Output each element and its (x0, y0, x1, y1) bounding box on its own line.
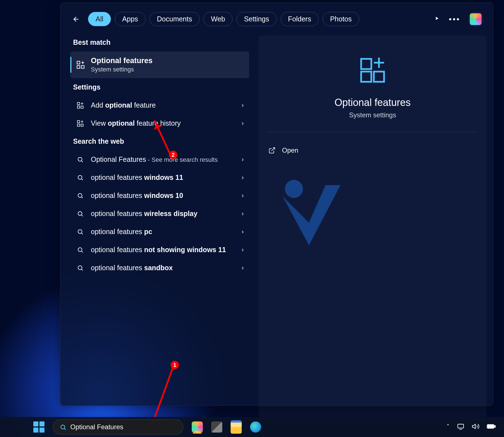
result-text: Optional Features (91, 155, 146, 163)
svg-rect-6 (78, 120, 80, 123)
result-bold: optional (105, 101, 132, 109)
svg-point-10 (78, 175, 82, 179)
result-bold: windows 10 (144, 192, 183, 199)
result-bold: windows 11 (144, 173, 183, 181)
tab-documents[interactable]: Documents (149, 12, 199, 26)
svg-point-14 (78, 248, 82, 252)
svg-rect-25 (488, 425, 493, 428)
search-icon (76, 156, 85, 163)
search-icon (76, 229, 85, 235)
best-match-subtitle: System settings (91, 66, 153, 73)
taskbar-search[interactable] (53, 419, 183, 434)
web-result[interactable]: Optional Features - See more search resu… (70, 150, 249, 168)
svg-point-13 (78, 230, 82, 234)
optional-features-icon (268, 55, 478, 86)
battery-icon[interactable] (487, 423, 496, 431)
settings-result-add-optional-feature[interactable]: Add optional feature › (70, 96, 249, 114)
network-icon[interactable] (457, 423, 465, 431)
back-button[interactable] (72, 15, 80, 23)
preview-subtitle: System settings (268, 111, 478, 119)
search-flyout: All Apps Documents Web Settings Folders … (60, 2, 493, 406)
web-result[interactable]: optional features wireless display › (70, 205, 249, 223)
taskbar-app-task-view[interactable] (211, 421, 222, 433)
settings-grid-plus-icon (76, 60, 85, 69)
settings-grid-plus-icon (76, 101, 85, 109)
result-text: optional features (91, 173, 144, 181)
result-text: optional features (91, 246, 144, 254)
chevron-right-icon: › (242, 120, 244, 127)
chevron-right-icon: › (242, 210, 244, 217)
preview-card: Optional features System settings Open (259, 36, 486, 422)
result-text: View (91, 119, 108, 127)
svg-rect-0 (77, 61, 80, 64)
chevron-right-icon: › (242, 102, 244, 109)
svg-rect-2 (77, 66, 80, 68)
taskbar: PRE ˄ (0, 417, 504, 437)
more-filters-button[interactable] (434, 16, 440, 23)
web-result[interactable]: optional features windows 11 › (70, 168, 249, 187)
annotation-badge-2: 2 (169, 151, 177, 159)
taskbar-search-input[interactable] (70, 423, 176, 431)
tab-web[interactable]: Web (203, 12, 233, 26)
chevron-right-icon: › (242, 246, 244, 254)
web-result[interactable]: optional features sandbox › (70, 259, 249, 277)
result-text: optional features (91, 264, 144, 272)
svg-marker-22 (472, 424, 475, 429)
options-button[interactable]: ••• (449, 15, 460, 24)
tab-apps[interactable]: Apps (115, 12, 146, 26)
web-result[interactable]: optional features windows 10 › (70, 187, 249, 205)
result-text: optional features (91, 210, 144, 217)
tab-photos[interactable]: Photos (323, 12, 359, 26)
web-result[interactable]: optional features pc › (70, 223, 249, 241)
annotation-badge-1: 1 (171, 361, 179, 369)
svg-rect-18 (361, 72, 371, 82)
result-text: optional features (91, 228, 144, 235)
result-text: optional features (91, 192, 144, 199)
taskbar-app-edge[interactable] (250, 421, 261, 433)
tab-settings[interactable]: Settings (236, 12, 276, 26)
svg-point-11 (78, 193, 82, 197)
section-search-web: Search the web (70, 132, 249, 150)
chevron-right-icon: › (242, 264, 244, 272)
svg-rect-24 (495, 426, 495, 428)
search-icon (76, 247, 85, 253)
result-text-post: feature (132, 101, 156, 109)
svg-rect-17 (374, 72, 384, 82)
search-icon (76, 174, 85, 181)
web-result[interactable]: optional features not showing windows 11… (70, 241, 249, 259)
preview-title: Optional features (268, 97, 478, 108)
search-icon (76, 265, 85, 271)
taskbar-app-copilot-preview[interactable]: PRE (192, 421, 203, 433)
result-bold: wireless display (144, 210, 198, 217)
chevron-right-icon: › (242, 174, 244, 181)
volume-icon[interactable] (472, 423, 480, 431)
tab-folders[interactable]: Folders (281, 12, 319, 26)
svg-rect-7 (81, 124, 83, 126)
tab-all[interactable]: All (88, 12, 111, 26)
svg-point-20 (61, 425, 65, 429)
svg-rect-16 (361, 59, 371, 69)
open-link-icon (268, 147, 276, 154)
tray-overflow-icon[interactable]: ˄ (446, 423, 450, 431)
start-button[interactable] (33, 421, 44, 433)
chevron-right-icon: › (242, 156, 244, 163)
svg-rect-4 (81, 106, 83, 108)
search-results-column: Best match Optional features System sett… (67, 33, 253, 422)
copilot-icon[interactable] (470, 13, 481, 25)
search-icon (76, 192, 85, 199)
open-action[interactable]: Open (268, 145, 478, 156)
best-match-title: Optional features (91, 56, 153, 65)
preview-column: Optional features System settings Open (259, 33, 486, 422)
system-tray: ˄ (446, 423, 496, 431)
result-bold: pc (144, 228, 152, 235)
taskbar-app-file-explorer[interactable] (231, 420, 242, 434)
svg-point-15 (78, 266, 82, 270)
svg-rect-8 (78, 124, 80, 126)
result-bold: not showing windows 11 (144, 246, 226, 254)
result-sub: - See more search results (146, 156, 218, 163)
best-match-result[interactable]: Optional features System settings (70, 51, 249, 78)
chevron-right-icon: › (242, 228, 244, 235)
svg-rect-5 (78, 106, 80, 108)
divider (268, 132, 478, 132)
svg-point-9 (78, 157, 82, 161)
